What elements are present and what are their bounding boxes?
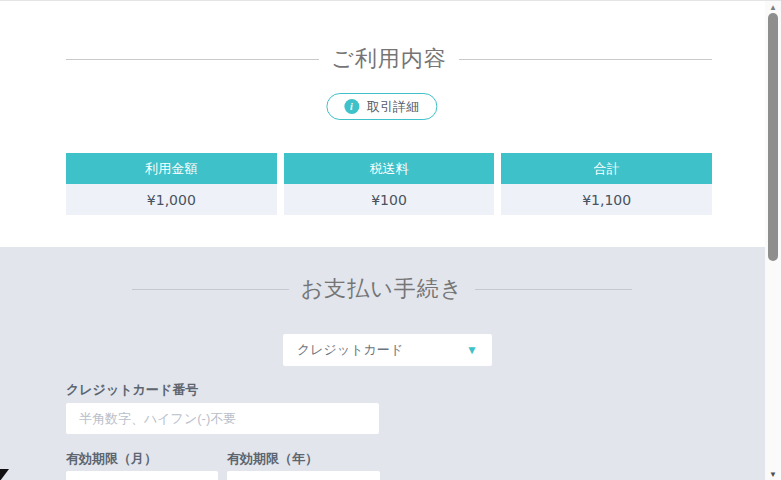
chevron-down-icon: ▼ bbox=[466, 343, 478, 357]
payment-section-title: お支払い手続き bbox=[289, 274, 476, 304]
heading-rule-left bbox=[66, 59, 319, 60]
expiry-year-input[interactable] bbox=[227, 471, 380, 480]
payment-method-select[interactable]: クレジットカード ▼ bbox=[283, 334, 492, 366]
transaction-details-label: 取引詳細 bbox=[367, 98, 419, 116]
usage-table: 利用金額 ¥1,000 税送料 ¥100 合計 ¥1,100 bbox=[66, 153, 712, 215]
expiry-month-label: 有効期限（月） bbox=[66, 450, 157, 468]
payment-section-heading: お支払い手続き bbox=[132, 275, 632, 303]
scrollbar-thumb[interactable] bbox=[768, 13, 778, 261]
column-header-total: 合計 bbox=[501, 153, 712, 184]
column-value-total: ¥1,100 bbox=[501, 184, 712, 215]
usage-table-column-amount: 利用金額 ¥1,000 bbox=[66, 153, 277, 215]
vertical-scrollbar[interactable]: ▲ ▼ bbox=[765, 1, 781, 480]
transaction-details-button[interactable]: i 取引詳細 bbox=[326, 93, 437, 120]
page-content: ご利用内容 i 取引詳細 利用金額 ¥1,000 税送料 ¥100 合計 ¥1,… bbox=[0, 1, 765, 480]
payment-method-value: クレジットカード bbox=[297, 341, 466, 359]
column-value-amount: ¥1,000 bbox=[66, 184, 277, 215]
usage-table-column-tax: 税送料 ¥100 bbox=[284, 153, 495, 215]
heading-rule-right bbox=[475, 289, 632, 290]
card-number-input[interactable] bbox=[66, 403, 379, 434]
mouse-cursor bbox=[0, 469, 9, 480]
heading-rule-right bbox=[459, 59, 712, 60]
card-number-label: クレジットカード番号 bbox=[66, 381, 198, 399]
column-header-amount: 利用金額 bbox=[66, 153, 277, 184]
usage-table-column-total: 合計 ¥1,100 bbox=[501, 153, 712, 215]
column-value-tax: ¥100 bbox=[284, 184, 495, 215]
usage-section-heading: ご利用内容 bbox=[66, 45, 712, 73]
usage-section-title: ご利用内容 bbox=[319, 44, 459, 74]
expiry-year-label: 有効期限（年） bbox=[227, 450, 318, 468]
heading-rule-left bbox=[132, 289, 289, 290]
scroll-up-icon[interactable]: ▲ bbox=[765, 1, 781, 13]
info-icon: i bbox=[344, 99, 359, 114]
expiry-month-input[interactable] bbox=[66, 471, 218, 480]
scroll-down-icon[interactable]: ▼ bbox=[765, 468, 781, 480]
column-header-tax: 税送料 bbox=[284, 153, 495, 184]
